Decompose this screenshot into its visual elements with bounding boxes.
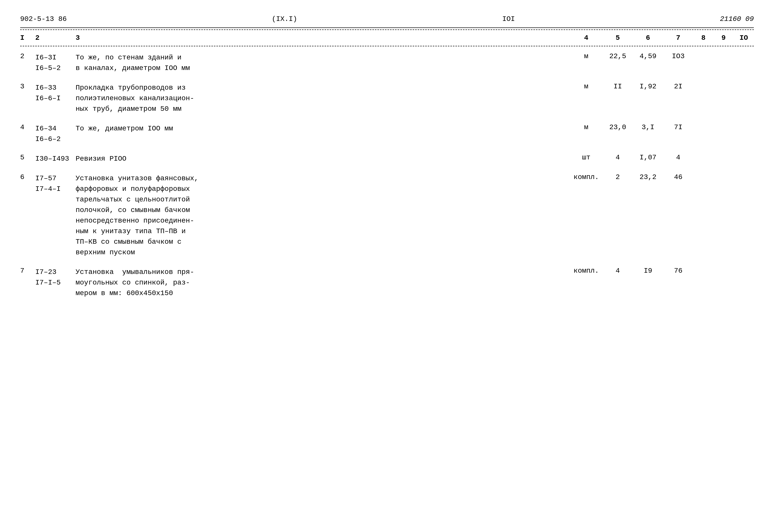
row-desc: Прокладка трубопроводов из полиэтиленовы… [76,83,570,114]
section-label: (IX.I) [272,15,297,23]
row-col5: 4 [603,154,633,161]
row-col6: 3,I [633,123,663,131]
row-unit: компл. [570,267,603,275]
col-header-1: I [20,34,35,42]
row-col6: I,07 [633,154,663,161]
doc-number: 902-5-13 86 [20,15,67,23]
row-desc: Установка унитазов фаянсовых, фарфоровых… [76,173,570,258]
col-header-4: 4 [570,34,603,42]
col-header-5: 5 [603,34,633,42]
row-col7: 76 [663,267,693,275]
row-desc: То же, по стенам зданий и в каналах, диа… [76,52,570,74]
row-desc: Установка умывальников пря- моугольных с… [76,267,570,299]
row-num: 5 [20,154,35,161]
page-number: IOI [502,15,515,23]
col-header-2: 2 [35,34,76,42]
row-col6: I,92 [633,83,663,90]
row-num: 3 [20,83,35,90]
row-num: 2 [20,52,35,60]
row-col6: 23,2 [633,173,663,181]
row-code: I30–I493 [35,154,76,164]
row-col5: 22,5 [603,52,633,60]
top-divider [20,27,754,28]
row-code: I7–23 I7–I–5 [35,267,76,288]
row-code: I6–33 I6–6–I [35,83,76,104]
dashed-divider-bottom [20,46,754,46]
row-col7: 7I [663,123,693,131]
row-code: I6–34 I6–6–2 [35,123,76,145]
row-num: 7 [20,267,35,275]
table-row: 7I7–23 I7–I–5Установка умывальников пря-… [20,262,754,303]
col-header-7: 7 [663,34,693,42]
row-num: 6 [20,173,35,181]
row-col6: 4,59 [633,52,663,60]
row-unit: шт [570,154,603,161]
row-desc: То же, диаметром IOO мм [76,123,570,134]
table-row: 4I6–34 I6–6–2То же, диаметром IOO ммм23,… [20,119,754,149]
row-code: I6–3I I6–5–2 [35,52,76,74]
row-unit: м [570,52,603,60]
col-header-6: 6 [633,34,663,42]
row-col5: 4 [603,267,633,275]
row-col7: IO3 [663,52,693,60]
table-row: 2I6–3I I6–5–2То же, по стенам зданий и в… [20,48,754,78]
col-header-8: 8 [693,34,714,42]
data-table: 2I6–3I I6–5–2То же, по стенам зданий и в… [20,48,754,303]
row-unit: м [570,83,603,90]
row-col7: 2I [663,83,693,90]
row-unit: компл. [570,173,603,181]
row-desc: Ревизия PIOO [76,154,570,164]
col-header-10: IO [734,34,754,42]
dashed-divider-top [20,29,754,30]
row-col7: 4 [663,154,693,161]
col-header-9: 9 [714,34,734,42]
row-col6: I9 [633,267,663,275]
row-col5: II [603,83,633,90]
table-row: 5I30–I493Ревизия PIOOшт4I,074 [20,149,754,169]
row-unit: м [570,123,603,131]
row-col7: 46 [663,173,693,181]
row-code: I7–57 I7–4–I [35,173,76,194]
row-col5: 2 [603,173,633,181]
col-header-3: 3 [76,34,570,42]
table-row: 6I7–57 I7–4–IУстановка унитазов фаянсовы… [20,169,754,262]
doc-code: 21160 09 [720,15,754,23]
row-col5: 23,0 [603,123,633,131]
column-headers: I 2 3 4 5 6 7 8 9 IO [20,31,754,44]
table-row: 3I6–33 I6–6–IПрокладка трубопроводов из … [20,78,754,119]
document-header: 902-5-13 86 (IX.I) IOI 21160 09 [20,15,754,23]
row-num: 4 [20,123,35,131]
